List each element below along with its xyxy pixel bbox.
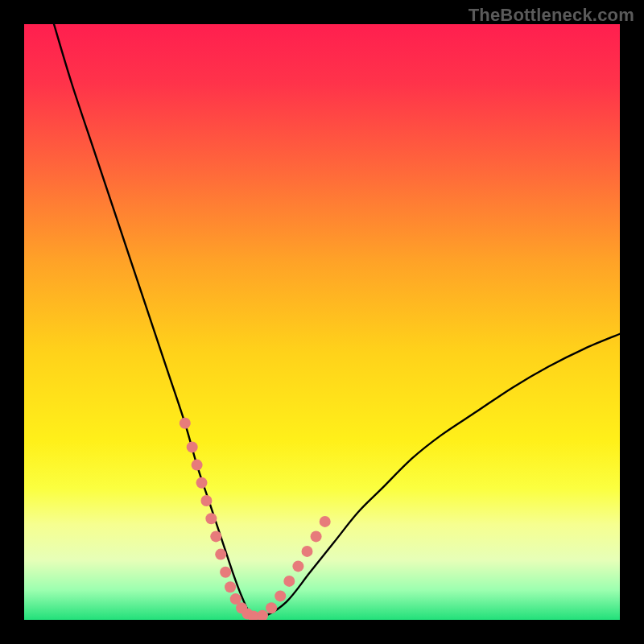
plot-frame — [24, 24, 620, 620]
gradient-background — [24, 24, 620, 620]
marker-dot — [200, 495, 212, 506]
marker-dot — [225, 581, 236, 592]
marker-dot — [180, 418, 191, 429]
marker-dot — [210, 530, 221, 542]
marker-dot — [275, 590, 286, 601]
marker-dot — [292, 560, 303, 572]
marker-dot — [266, 602, 277, 613]
marker-dot — [205, 513, 217, 524]
marker-dot — [220, 567, 231, 578]
bottleneck-chart — [24, 24, 620, 620]
marker-dot — [187, 441, 198, 452]
marker-dot — [215, 549, 226, 560]
marker-dot — [302, 546, 313, 557]
marker-dot — [283, 576, 295, 587]
marker-dot — [196, 477, 208, 489]
watermark-text: TheBottleneck.com — [469, 5, 634, 26]
marker-dot — [192, 460, 203, 471]
marker-dot — [320, 516, 331, 527]
marker-dot — [311, 530, 322, 542]
